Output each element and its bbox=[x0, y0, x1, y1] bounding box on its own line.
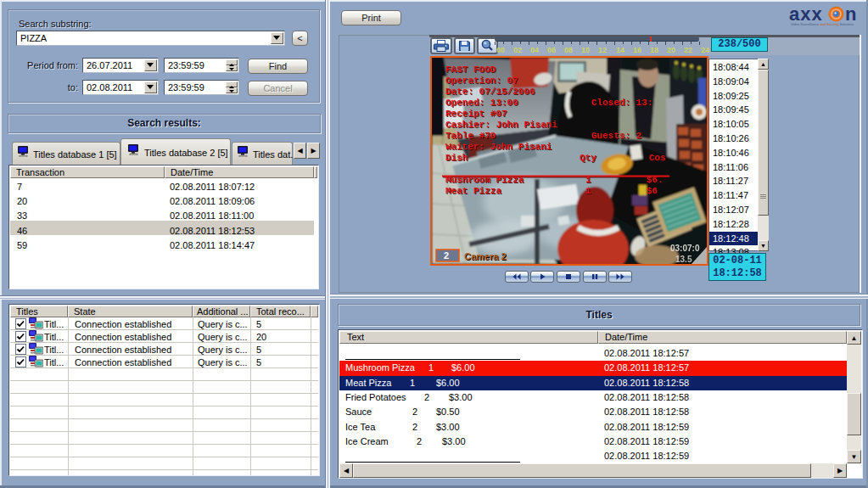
svg-text:Operation: 07: Operation: 07 bbox=[445, 76, 518, 86]
svg-text:Date: 07/15/2006: Date: 07/15/2006 bbox=[445, 87, 535, 97]
svg-text:Mushroom Pizza: Mushroom Pizza bbox=[445, 175, 524, 185]
svg-text:Meat Pizza: Meat Pizza bbox=[445, 186, 501, 196]
svg-text:Waiter: John Pisani: Waiter: John Pisani bbox=[445, 142, 552, 152]
svg-text:Closed: 13:: Closed: 13: bbox=[591, 98, 653, 108]
svg-text:Dish: Dish bbox=[445, 153, 468, 163]
svg-text:1: 1 bbox=[585, 175, 591, 185]
svg-text:Cos: Cos bbox=[649, 153, 666, 163]
svg-text:1: 1 bbox=[585, 186, 591, 196]
svg-text:Opened: 13:00: Opened: 13:00 bbox=[445, 98, 518, 108]
svg-text:FAST FOOD: FAST FOOD bbox=[445, 65, 496, 75]
svg-text:Camera 2: Camera 2 bbox=[464, 251, 507, 261]
svg-text:2: 2 bbox=[444, 250, 449, 261]
svg-text:13.5: 13.5 bbox=[675, 255, 692, 264]
svg-text:$6.: $6. bbox=[647, 175, 664, 185]
svg-text:Receipt #07: Receipt #07 bbox=[445, 109, 507, 119]
svg-text:Qty: Qty bbox=[580, 153, 596, 163]
svg-text:Guests: 2: Guests: 2 bbox=[591, 131, 641, 141]
svg-text:Cashier: John Pisani: Cashier: John Pisani bbox=[445, 120, 557, 130]
svg-text:$6: $6 bbox=[647, 186, 658, 196]
svg-text:03:07:0: 03:07:0 bbox=[670, 244, 700, 253]
svg-text:Table #70: Table #70 bbox=[445, 131, 496, 141]
